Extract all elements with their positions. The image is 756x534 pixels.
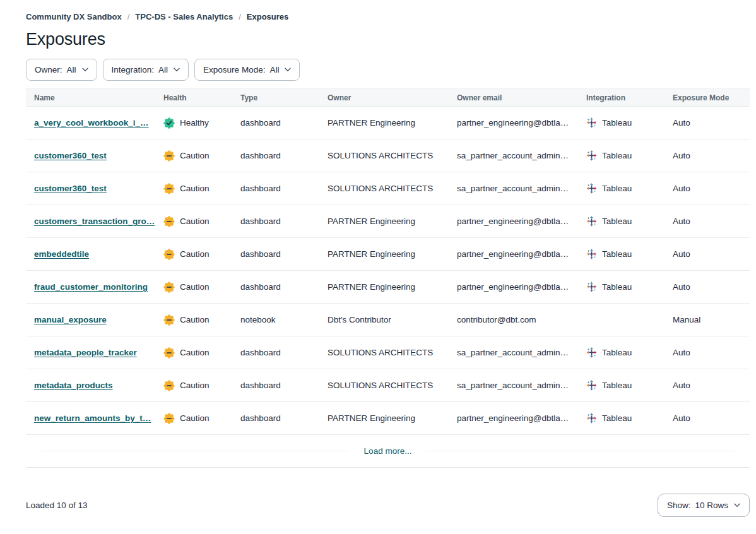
exposure-name-link[interactable]: manual_exposure: [34, 315, 107, 324]
breadcrumb-account[interactable]: Community DX Sandbox: [26, 12, 122, 21]
health-status-badge-icon: [163, 347, 175, 359]
health-label: Healthy: [180, 118, 209, 128]
health-cell: Caution: [155, 282, 232, 293]
exposure-name-link[interactable]: customers_transaction_gro…: [34, 217, 155, 226]
integration-cell: Tableau: [578, 380, 664, 391]
breadcrumb-separator: /: [239, 12, 241, 21]
chevron-down-icon: [285, 68, 291, 72]
tableau-icon: [586, 150, 597, 161]
type-cell: dashboard: [232, 217, 319, 226]
integration-cell: Tableau: [578, 216, 664, 227]
integration-filter-label: Integration:: [112, 65, 155, 74]
name-cell: customer360_test: [26, 151, 155, 160]
breadcrumb-project[interactable]: TPC-DS - Sales Analytics: [135, 12, 233, 21]
owner-email-cell: sa_partner_account_admin…: [449, 151, 578, 160]
exposure-mode-cell: Auto: [664, 118, 750, 128]
column-header-health: Health: [155, 93, 232, 102]
integration-label: Tableau: [602, 184, 632, 193]
health-label: Caution: [180, 348, 210, 357]
integration-cell: Tableau: [578, 347, 664, 358]
owner-filter-dropdown[interactable]: Owner: All: [26, 59, 97, 81]
owner-cell: Dbt's Contributor: [319, 315, 449, 324]
health-label: Caution: [180, 282, 210, 292]
health-cell: Caution: [155, 183, 232, 194]
exposures-page: Community DX Sandbox / TPC-DS - Sales An…: [0, 0, 756, 517]
health-status-badge-icon: [163, 249, 175, 260]
type-cell: dashboard: [232, 381, 319, 390]
health-label: Caution: [180, 413, 210, 423]
owner-email-cell: contributor@dbt.com: [449, 315, 578, 324]
owner-cell: SOLUTIONS ARCHITECTS: [319, 381, 449, 390]
owner-cell: PARTNER Engineering: [319, 282, 449, 292]
rows-per-page-dropdown[interactable]: Show: 10 Rows: [658, 494, 750, 517]
exposure-name-link[interactable]: metadata_people_tracker: [34, 348, 137, 357]
type-cell: dashboard: [232, 184, 319, 193]
table-row: embeddedtile Caution dashboard: [26, 238, 750, 271]
exposure-name-link[interactable]: embeddedtile: [34, 249, 89, 259]
breadcrumb-separator: /: [127, 12, 130, 21]
show-label: Show:: [667, 501, 691, 510]
loaded-count-text: Loaded 10 of 13: [26, 501, 88, 510]
name-cell: new_return_amounts_by_t…: [26, 413, 155, 423]
owner-email-cell: partner_engineering@dbtla…: [449, 217, 578, 226]
page-title: Exposures: [26, 30, 750, 49]
exposure-name-link[interactable]: fraud_customer_monitoring: [34, 282, 148, 292]
type-cell: dashboard: [232, 151, 319, 160]
exposure-mode-filter-dropdown[interactable]: Exposure Mode: All: [194, 59, 300, 81]
exposure-mode-filter-label: Exposure Mode:: [203, 65, 265, 74]
table-row: metadata_people_tracker Caution da: [26, 336, 750, 369]
column-header-exposure-mode: Exposure Mode: [664, 93, 750, 102]
table-body: a_very_cool_workbook_i_… Healthy d: [26, 107, 750, 435]
table-row: customer360_test Caution dashboard: [26, 139, 750, 172]
integration-cell: Tableau: [578, 117, 664, 128]
owner-email-cell: sa_partner_account_admin…: [449, 381, 578, 390]
integration-label: Tableau: [602, 217, 632, 226]
table-header-row: Name Health Type Owner Owner email Integ…: [26, 88, 750, 107]
table-row: a_very_cool_workbook_i_… Healthy d: [26, 107, 750, 139]
health-status-badge-icon: [163, 117, 175, 129]
name-cell: embeddedtile: [26, 249, 155, 259]
type-cell: dashboard: [232, 118, 319, 128]
name-cell: metadata_products: [26, 381, 155, 390]
owner-email-cell: sa_partner_account_admin…: [449, 348, 578, 357]
tableau-icon: [586, 282, 597, 292]
health-label: Caution: [180, 315, 210, 324]
integration-label: Tableau: [602, 413, 632, 423]
exposure-name-link[interactable]: new_return_amounts_by_t…: [34, 413, 151, 423]
health-cell: Caution: [155, 216, 232, 227]
health-cell: Caution: [155, 249, 232, 260]
exposure-mode-filter-value: All: [269, 65, 279, 74]
owner-cell: SOLUTIONS ARCHITECTS: [319, 348, 449, 357]
health-label: Caution: [180, 381, 210, 390]
exposure-name-link[interactable]: customer360_test: [34, 184, 107, 193]
type-cell: dashboard: [232, 249, 319, 259]
integration-cell: Tableau: [578, 413, 664, 424]
exposure-name-link[interactable]: customer360_test: [34, 151, 107, 160]
health-status-badge-icon: [163, 282, 175, 293]
owner-filter-label: Owner:: [35, 65, 62, 74]
tableau-icon: [586, 249, 597, 259]
tableau-icon: [586, 380, 597, 391]
table-row: fraud_customer_monitoring Caution: [26, 271, 750, 304]
breadcrumb: Community DX Sandbox / TPC-DS - Sales An…: [26, 12, 750, 21]
integration-filter-value: All: [158, 65, 168, 74]
exposure-mode-cell: Auto: [664, 184, 750, 193]
type-cell: dashboard: [232, 413, 319, 423]
health-label: Caution: [180, 151, 210, 160]
health-status-badge-icon: [163, 380, 175, 391]
integration-filter-dropdown[interactable]: Integration: All: [103, 59, 189, 81]
load-more-row: Load more...: [26, 435, 750, 468]
owner-email-cell: partner_engineering@dbtla…: [449, 282, 578, 292]
owner-cell: PARTNER Engineering: [319, 249, 449, 259]
owner-cell: SOLUTIONS ARCHITECTS: [319, 184, 449, 193]
integration-label: Tableau: [602, 348, 632, 357]
load-more-link[interactable]: Load more...: [364, 446, 412, 456]
owner-cell: SOLUTIONS ARCHITECTS: [319, 151, 449, 160]
health-cell: Caution: [155, 347, 232, 359]
exposure-name-link[interactable]: metadata_products: [34, 381, 113, 390]
owner-email-cell: partner_engineering@dbtla…: [449, 249, 578, 259]
owner-email-cell: sa_partner_account_admin…: [449, 184, 578, 193]
exposure-name-link[interactable]: a_very_cool_workbook_i_…: [34, 118, 149, 128]
show-value: 10 Rows: [695, 501, 728, 510]
table-row: customers_transaction_gro… Caution: [26, 205, 750, 238]
